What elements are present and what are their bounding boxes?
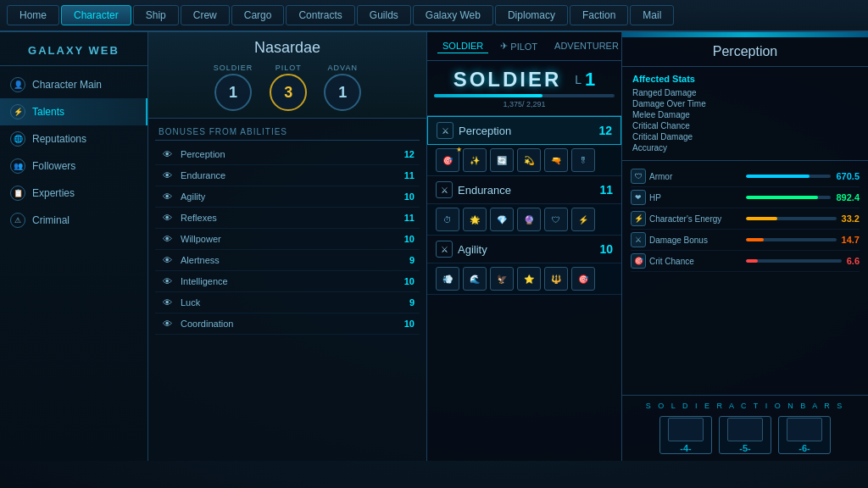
action-bar-num: -6- — [798, 443, 810, 453]
nav-tab-mail[interactable]: Mail — [630, 5, 674, 25]
stat-row[interactable]: 👁 Alertness 9 — [155, 250, 420, 271]
stat-bar-value: 14.7 — [842, 235, 860, 245]
stat-bar-icon: ⚡ — [631, 211, 646, 226]
nav-tab-crew[interactable]: Crew — [181, 5, 230, 25]
sidebar-item-icon: ⚠ — [10, 213, 25, 228]
ability-name: ⚔ Endurance — [436, 181, 511, 198]
sidebar-item-icon: ⚡ — [10, 104, 25, 119]
ability-icon: ⚔ — [436, 181, 453, 198]
action-bar-slot — [668, 418, 704, 441]
stat-bar-label: ❤ HP — [631, 190, 741, 205]
stat-name: Agility — [181, 191, 205, 202]
ability-icon-box[interactable]: 🔫 — [544, 148, 568, 172]
class-tab-adventurer[interactable]: ADVENTURER — [549, 39, 624, 53]
nav-tab-faction[interactable]: Faction — [570, 5, 628, 25]
stat-icon: 👁 — [160, 211, 174, 225]
stat-value: 12 — [404, 149, 415, 159]
level-prefix: L — [575, 73, 581, 86]
nav-tab-cargo[interactable]: Cargo — [231, 5, 285, 25]
sidebar-item-label: Criminal — [32, 214, 70, 226]
stat-bar-value: 33.2 — [842, 214, 860, 224]
class-circle-soldier: SOLDIER 1 — [214, 64, 253, 111]
class-circles: SOLDIER 1 PILOT 3 ADVAN 1 — [159, 64, 416, 111]
class-tabs-header: SOLDIER✈PILOTADVENTURER — [427, 32, 621, 61]
soldier-title-area: SOLDIER L 1 1,375/ 2,291 — [427, 61, 621, 116]
ability-icon-box[interactable]: 💨 — [436, 267, 459, 291]
stat-row[interactable]: 👁 Coordination 10 — [155, 313, 420, 335]
stat-value: 10 — [404, 191, 415, 202]
ability-icon-box[interactable]: 💫 — [517, 148, 541, 172]
sidebar-item-followers[interactable]: 👥 Followers — [0, 152, 147, 180]
ability-icon-box[interactable]: 🎯 — [571, 267, 595, 291]
class-circle-pilot: PILOT 3 — [270, 64, 307, 111]
ability-value: 10 — [599, 242, 613, 256]
stat-row[interactable]: 👁 Agility 10 — [155, 186, 420, 208]
stat-row[interactable]: 👁 Endurance 11 — [155, 165, 420, 186]
sidebar-item-experties[interactable]: 📋 Experties — [0, 180, 147, 207]
stat-name: Intelligence — [181, 276, 228, 286]
stat-bar-bg — [746, 238, 837, 241]
ability-icon-box[interactable]: 🛡 — [544, 208, 568, 231]
ability-row[interactable]: ⚔ Endurance 11 — [427, 176, 621, 204]
ability-icon-box[interactable]: 🌊 — [463, 267, 487, 291]
nav-tab-home[interactable]: Home — [7, 5, 59, 25]
xp-bar — [434, 94, 542, 97]
ability-icon-box[interactable]: ✨ — [463, 148, 487, 172]
ability-row[interactable]: ⚔ Perception 12 — [427, 116, 621, 145]
ability-icon-box[interactable]: 🦅 — [490, 267, 514, 291]
stat-bar-bg — [746, 259, 842, 263]
stat-bar-icon: ❤ — [631, 190, 646, 205]
stat-value: 11 — [404, 213, 415, 223]
stat-bar-icon: 🎯 — [631, 253, 646, 269]
right-panel: Perception Affected Stats Ranged DamageD… — [622, 32, 868, 461]
ability-icon-box[interactable]: ⚡ — [571, 208, 595, 231]
stat-icon: 👁 — [160, 190, 174, 203]
stat-value: 11 — [404, 170, 415, 180]
class-tab-pilot[interactable]: ✈PILOT — [495, 39, 542, 53]
ability-icon-box[interactable]: ⭐ — [517, 267, 541, 291]
class-tab-soldier[interactable]: SOLDIER — [437, 39, 488, 53]
ability-icon-box[interactable]: 🔱 — [544, 267, 568, 291]
nav-tab-character[interactable]: Character — [61, 5, 131, 25]
stat-name: Coordination — [181, 319, 233, 329]
ability-row[interactable]: ⚔ Agility 10 — [427, 236, 621, 263]
sidebar-item-character main[interactable]: 👤 Character Main — [0, 71, 147, 98]
sidebar-item-reputations[interactable]: 🌐 Reputations — [0, 125, 147, 152]
stat-icon: 👁 — [160, 274, 174, 288]
ability-icon-box[interactable]: 🎯★ — [436, 148, 459, 172]
class-value: 3 — [270, 74, 307, 111]
sidebar-item-talents[interactable]: ⚡ Talents — [0, 98, 147, 125]
affected-stat-item: Ranged Damage — [632, 87, 858, 98]
class-value: 1 — [324, 74, 361, 111]
action-bar-slot — [787, 418, 822, 441]
ability-icon-box[interactable]: ⏱ — [436, 208, 459, 231]
class-label: ADVAN — [328, 64, 358, 72]
action-bar-item[interactable]: -6- — [778, 416, 831, 454]
stat-row[interactable]: 👁 Reflexes 11 — [155, 208, 420, 229]
action-bar-item[interactable]: -5- — [719, 416, 771, 454]
action-bar-item[interactable]: -4- — [659, 416, 712, 454]
stat-row[interactable]: 👁 Luck 9 — [155, 292, 420, 313]
nav-tab-guilds[interactable]: Guilds — [357, 5, 411, 25]
stat-bar-value: 670.5 — [836, 171, 860, 181]
sidebar-item-criminal[interactable]: ⚠ Criminal — [0, 207, 147, 234]
ability-icons-row: 💨🌊🦅⭐🔱🎯 — [427, 263, 621, 295]
nav-tab-ship[interactable]: Ship — [133, 5, 179, 25]
stat-row[interactable]: 👁 Willpower 10 — [155, 229, 420, 250]
stat-name: Willpower — [181, 234, 221, 244]
stat-icon: 👁 — [160, 147, 174, 161]
class-circle-advan: ADVAN 1 — [324, 64, 361, 111]
ability-icon-box[interactable]: 🎖 — [571, 148, 595, 172]
ability-icon-box[interactable]: 🔮 — [517, 208, 541, 231]
character-header: Nasardae SOLDIER 1 PILOT 3 ADVAN 1 — [148, 32, 426, 119]
nav-tab-contracts[interactable]: Contracts — [286, 5, 354, 25]
ability-icon-box[interactable]: 🌟 — [463, 208, 487, 231]
nav-tab-galaxy-web[interactable]: Galaxy Web — [413, 5, 493, 25]
stat-row[interactable]: 👁 Perception 12 — [155, 144, 420, 165]
soldier-title: SOLDIER — [453, 68, 562, 92]
stat-row[interactable]: 👁 Intelligence 10 — [155, 271, 420, 292]
nav-tab-diplomacy[interactable]: Diplomacy — [495, 5, 568, 25]
stat-name: Perception — [181, 149, 225, 159]
ability-icon-box[interactable]: 💎 — [490, 208, 514, 231]
ability-icon-box[interactable]: 🔄 — [490, 148, 514, 172]
